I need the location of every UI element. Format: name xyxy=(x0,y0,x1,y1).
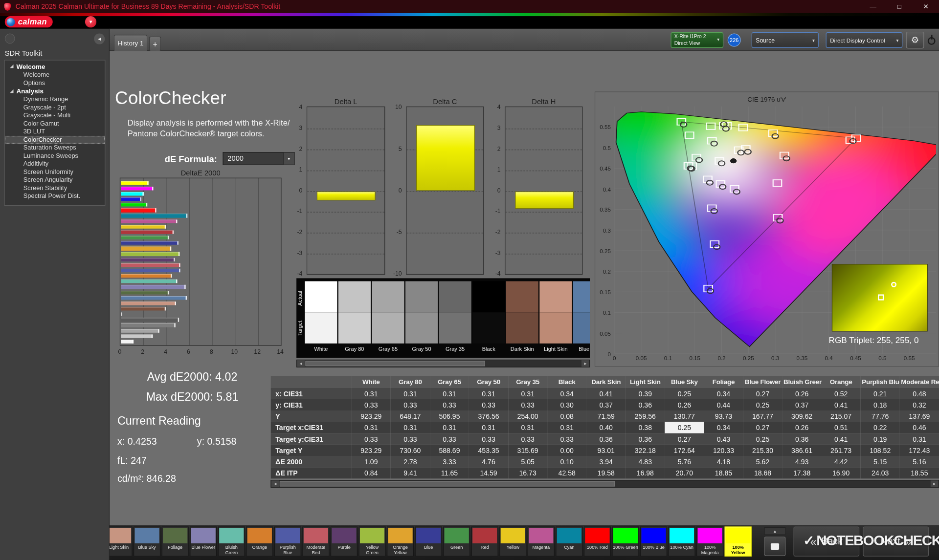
sidebar-item-colorchecker[interactable]: ColorChecker xyxy=(5,135,105,144)
axis-tick-label: 0.35 xyxy=(600,207,611,213)
patch-button-moderate-red[interactable]: Moderate Red xyxy=(302,527,329,557)
axis-tick-label: 0.05 xyxy=(632,355,650,361)
patch-button-100-yellow[interactable]: 100% Yellow xyxy=(725,527,752,557)
patch-button-light-skin[interactable]: Light Skin xyxy=(110,527,133,557)
deltae-bar-blue-flower xyxy=(121,285,185,289)
scroll-left-arrow-icon[interactable]: ◄ xyxy=(297,360,305,366)
meter-dropdown[interactable]: X-Rite i1Pro 2Direct View ▾ xyxy=(671,32,723,48)
axis-tick-label: 0 xyxy=(113,348,126,355)
patch-button-blue-flower[interactable]: Blue Flower xyxy=(190,527,217,557)
scrollbar-thumb[interactable] xyxy=(280,481,615,486)
patch-button-label: Yellow Green xyxy=(359,544,385,555)
rgb-reading-marker xyxy=(891,282,896,287)
sidebar-options-button[interactable] xyxy=(5,34,15,44)
sidebar-item-spectral-power-dist[interactable]: Spectral Power Dist. xyxy=(5,192,105,200)
collapse-sidebar-button[interactable]: ◄ xyxy=(94,34,105,44)
cell: 0.31 xyxy=(430,388,469,399)
scroll-right-arrow-icon[interactable]: ► xyxy=(931,480,939,487)
patch-button-label: Magenta xyxy=(528,544,554,550)
sidebar-item-color-gamut[interactable]: Color Gamut xyxy=(5,119,105,128)
scroll-right-arrow-icon[interactable]: ► xyxy=(581,360,589,366)
sidebar-item-grayscale-multi[interactable]: Grayscale - Multi xyxy=(5,111,105,120)
patch-button-blue[interactable]: Blue xyxy=(415,527,442,557)
row-label: x: CIE31 xyxy=(270,388,351,399)
de-formula-select[interactable]: 2000 ▾ xyxy=(223,152,295,165)
cell: 0.00 xyxy=(547,445,586,456)
patch-button-100-green[interactable]: 100% Green xyxy=(612,527,639,557)
patch-button-100-red[interactable]: 100% Red xyxy=(584,527,611,557)
gridline xyxy=(258,178,258,345)
collapse-toolbar-button[interactable]: ▴ xyxy=(764,527,785,535)
calman-logo[interactable]: calman xyxy=(5,16,53,27)
patch-button-yellow-green[interactable]: Yellow Green xyxy=(358,527,385,557)
sidebar-item-screen-uniformity[interactable]: Screen Uniformity xyxy=(5,168,105,176)
patch-button-100-cyan[interactable]: 100% Cyan xyxy=(669,527,695,557)
power-icon[interactable] xyxy=(926,35,937,45)
pattern-window-button[interactable] xyxy=(764,537,785,556)
tree-section-welcome[interactable]: ◢Welcome xyxy=(5,62,105,70)
patch-button-purplish-blue[interactable]: Purplish Blue xyxy=(274,527,301,557)
sidebar-item-additivity[interactable]: Additivity xyxy=(5,160,105,168)
patch-button-foliage[interactable]: Foliage xyxy=(162,527,189,557)
patch-button-green[interactable]: Green xyxy=(443,527,470,557)
logo-menu-button[interactable]: ▼ xyxy=(85,16,96,27)
target-swatch xyxy=(506,312,538,344)
deltae-bar-100-red xyxy=(121,208,156,212)
patch-button-orange[interactable]: Orange xyxy=(246,527,273,557)
sidebar-item-3d-lut[interactable]: 3D LUT xyxy=(5,128,105,136)
strip-patch-label: Black xyxy=(472,344,505,352)
patch-swatch xyxy=(388,528,412,543)
axis-tick-label: 4 xyxy=(299,104,303,110)
gridline xyxy=(307,150,384,150)
patch-button-blue-sky[interactable]: Blue Sky xyxy=(134,527,160,557)
minimize-button[interactable]: — xyxy=(860,0,886,13)
maximize-button[interactable]: □ xyxy=(886,0,913,13)
deltae-bar-orange xyxy=(121,274,172,278)
source-dropdown-label: Source xyxy=(756,37,775,43)
table-scrollbar[interactable]: ◄ ► xyxy=(270,480,939,488)
gridline xyxy=(307,212,384,213)
sidebar-item-options[interactable]: Options xyxy=(5,79,105,87)
column-header-gray-80: Gray 80 xyxy=(391,376,430,388)
sidebar-item-saturation-sweeps[interactable]: Saturation Sweeps xyxy=(5,144,105,152)
close-button[interactable]: ✕ xyxy=(913,0,939,13)
sidebar-item-welcome[interactable]: Welcome xyxy=(5,70,105,79)
sidebar-item-grayscale-2pt[interactable]: Grayscale - 2pt xyxy=(5,103,105,111)
sidebar-item-dynamic-range[interactable]: Dynamic Range xyxy=(5,95,105,104)
axis-tick-label: 0.25 xyxy=(600,248,611,254)
display-control-dropdown[interactable]: Direct Display Control ▾ xyxy=(826,32,903,48)
patch-button-cyan[interactable]: Cyan xyxy=(556,527,582,557)
black-point-marker xyxy=(731,159,737,163)
axis-tick-label: 4 xyxy=(497,104,501,110)
meter-count-badge[interactable]: 226 xyxy=(728,34,741,47)
sidebar-item-screen-stability[interactable]: Screen Stability xyxy=(5,184,105,193)
back-button[interactable]: « Back xyxy=(793,527,859,557)
patch-button-bluish-green[interactable]: Bluish Green xyxy=(218,527,245,557)
add-history-tab-button[interactable]: + xyxy=(149,37,161,51)
sidebar-item-screen-angularity[interactable]: Screen Angularity xyxy=(5,176,105,184)
history-tab[interactable]: History 1 xyxy=(114,35,148,51)
patch-button-100-blue[interactable]: 100% Blue xyxy=(640,527,667,557)
cell: 0.31 xyxy=(900,433,939,445)
max-de-stat: Max dE2000: 5.81 xyxy=(117,391,267,404)
axis-tick-label: 0 xyxy=(605,355,624,361)
swatch-strip-scrollbar[interactable]: ◄ ► xyxy=(296,360,590,367)
patch-button-magenta[interactable]: Magenta xyxy=(528,527,555,557)
patch-button-orange-yellow[interactable]: Orange Yellow xyxy=(387,527,414,557)
settings-button[interactable]: ⚙ xyxy=(906,32,924,48)
scroll-left-arrow-icon[interactable]: ◄ xyxy=(271,480,279,487)
patch-button-100-magenta[interactable]: 100% Magenta xyxy=(696,527,723,557)
patch-button-purple[interactable]: Purple xyxy=(331,527,358,557)
patch-button-label: Light Skin xyxy=(110,544,132,550)
strip-patch-label: Dark Skin xyxy=(506,344,538,352)
next-button[interactable]: Next » xyxy=(863,527,929,557)
tree-section-analysis[interactable]: ◢Analysis xyxy=(5,87,105,95)
scrollbar-thumb[interactable] xyxy=(305,361,485,366)
sidebar-item-luminance-sweeps[interactable]: Luminance Sweeps xyxy=(5,151,105,160)
source-dropdown[interactable]: Source ▾ xyxy=(752,32,819,48)
patch-button-red[interactable]: Red xyxy=(471,527,498,557)
cell: 309.62 xyxy=(782,410,822,422)
strip-patch-label: White xyxy=(305,344,337,352)
patch-button-yellow[interactable]: Yellow xyxy=(499,527,526,557)
cell: 0.31 xyxy=(469,388,508,399)
